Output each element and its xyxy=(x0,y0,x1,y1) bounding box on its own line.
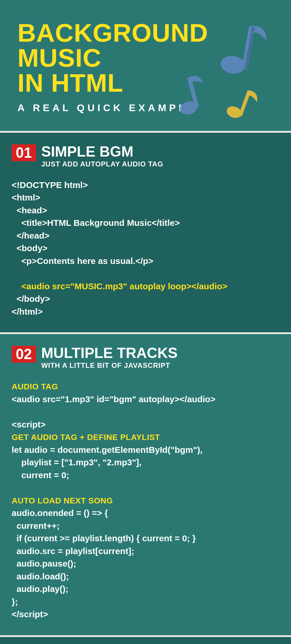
title-line-3: IN HTML xyxy=(17,70,274,95)
code-block-2: AUDIO TAG <audio src="1.mp3" id="bgm" au… xyxy=(12,380,279,621)
code-highlight: <audio src="MUSIC.mp3" autoplay loop></a… xyxy=(12,281,227,291)
section-simple-bgm: 01 SIMPLE BGM JUST ADD AUTOPLAY AUDIO TA… xyxy=(0,131,291,333)
footer-section: VISIT CODE BOXX FOR MORE! HTTPS://CODE-B… xyxy=(0,635,291,644)
section-multiple-tracks: 02 MULTIPLE TRACKS WITH A LITTLE BIT OF … xyxy=(0,332,291,635)
code-pre: <!DOCTYPE html> <html> <head> <title>HTM… xyxy=(12,180,180,266)
title-line-2: MUSIC xyxy=(17,45,274,70)
label-get-playlist: GET AUDIO TAG + DEFINE PLAYLIST xyxy=(12,433,160,442)
title-line-1: BACKGROUND xyxy=(17,20,274,45)
code-auto-load: audio.onended = () => { current++; if (c… xyxy=(12,508,196,619)
section-number-badge: 02 xyxy=(12,346,36,363)
infographic-page: BACKGROUND MUSIC IN HTML A REAL QUICK EX… xyxy=(0,0,291,644)
section-head-2: 02 MULTIPLE TRACKS WITH A LITTLE BIT OF … xyxy=(12,346,279,370)
code-get-playlist: let audio = document.getElementById("bgm… xyxy=(12,445,203,480)
header-section: BACKGROUND MUSIC IN HTML A REAL QUICK EX… xyxy=(0,0,291,131)
section-number-badge: 01 xyxy=(12,144,36,161)
main-subtitle: A REAL QUICK EXAMPLE xyxy=(17,102,274,113)
code-script-open: <script> xyxy=(12,420,46,429)
section-head-1: 01 SIMPLE BGM JUST ADD AUTOPLAY AUDIO TA… xyxy=(12,144,279,168)
code-audio-tag: <audio src="1.mp3" id="bgm" autoplay></a… xyxy=(12,394,215,404)
label-auto-load: AUTO LOAD NEXT SONG xyxy=(12,496,113,505)
section-subtitle: JUST ADD AUTOPLAY AUDIO TAG xyxy=(41,160,163,168)
label-audio-tag: AUDIO TAG xyxy=(12,382,58,391)
section-subtitle: WITH A LITTLE BIT OF JAVASCRIPT xyxy=(41,361,178,370)
main-title: BACKGROUND MUSIC IN HTML xyxy=(17,20,274,96)
section-title: SIMPLE BGM xyxy=(41,144,163,159)
code-block-1: <!DOCTYPE html> <html> <head> <title>HTM… xyxy=(12,179,279,318)
section-title: MULTIPLE TRACKS xyxy=(41,346,178,360)
code-post: </body> </html> xyxy=(12,294,50,316)
